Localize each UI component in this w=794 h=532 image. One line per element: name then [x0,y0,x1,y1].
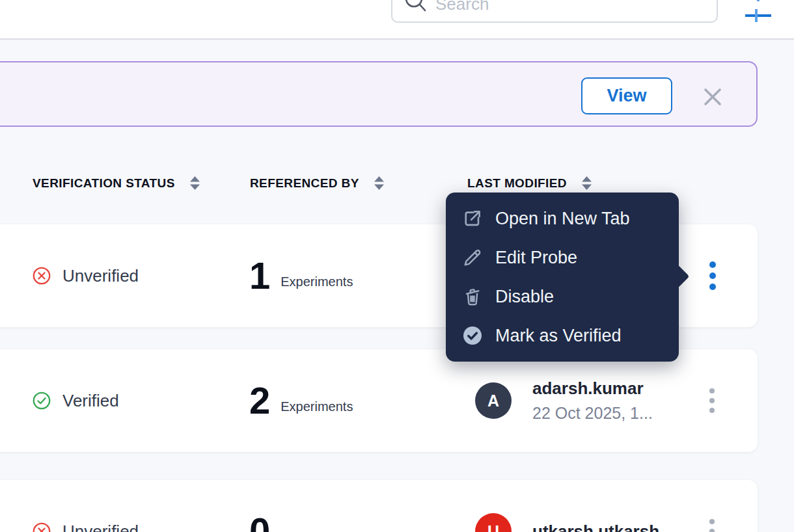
experiment-count-label: Experiments [281,399,353,414]
experiment-count: 1 [249,257,270,295]
referenced-by-cell: 0 Experiments [249,480,353,532]
sliders-icon [743,0,773,33]
pencil-icon [462,248,483,267]
banner-dismiss-button[interactable] [702,86,724,109]
menu-item-disable[interactable]: Disable [446,277,679,316]
menu-item-label: Disable [495,287,554,307]
kebab-icon [709,519,715,524]
column-header-referenced-by: REFERENCED BY [250,176,385,191]
menu-item-mark-as-verified[interactable]: Mark as Verified [446,316,679,355]
menu-item-label: Open in New Tab [495,209,630,229]
trash-icon [462,287,483,306]
experiment-count: 2 [249,382,270,419]
sort-icon [374,176,385,191]
column-header-last-modified: LAST MODIFIED [467,176,592,191]
search-box [391,0,718,23]
sort-icon [189,176,200,191]
menu-item-label: Mark as Verified [495,326,622,346]
filter-button[interactable] [743,0,773,31]
menu-item-label: Edit Probe [495,248,577,268]
column-label: VERIFICATION STATUS [33,176,175,191]
verification-status-cell: Unverified [33,224,139,327]
last-modified-cell: A adarsh.kumar 22 Oct 2025, 1... [475,349,653,452]
menu-item-edit-probe[interactable]: Edit Probe [446,238,679,277]
modified-by-name: adarsh.kumar [532,379,653,399]
status-label: Unverified [62,266,139,286]
view-button[interactable]: View [581,77,672,114]
experiment-count: 0 [249,512,270,532]
notification-banner: View [0,61,758,127]
referenced-by-cell: 2 Experiments [249,349,353,452]
verification-status-cell: Unverified [33,480,139,532]
row-context-menu: Open in New Tab Edit Probe Disable [446,193,679,362]
column-header-verification-status: VERIFICATION STATUS [33,176,200,191]
status-unverified-icon [33,522,51,532]
column-label: LAST MODIFIED [467,176,567,191]
top-bar [0,0,794,40]
search-icon [404,0,426,17]
table-row: Verified 2 Experiments A adarsh.kumar 22… [0,349,758,452]
kebab-icon [709,388,715,393]
experiment-count-label: Experiments [281,274,353,289]
menu-item-open-in-new-tab[interactable]: Open in New Tab [446,199,679,238]
check-circle-icon [462,325,483,346]
status-unverified-icon [33,267,51,285]
status-label: Unverified [62,522,139,532]
column-label: REFERENCED BY [250,176,359,191]
row-actions-button[interactable] [705,384,719,417]
status-label: Verified [62,391,119,411]
sort-icon [581,176,592,191]
row-actions-button[interactable] [705,515,719,532]
verification-status-cell: Verified [33,349,119,452]
modified-by-name: utkarsh.utkarsh [532,522,659,532]
sort-button-verification-status[interactable] [189,176,200,191]
table-row: Unverified 0 Experiments U utkarsh.utkar… [0,480,758,532]
last-modified-cell: U utkarsh.utkarsh [475,480,659,532]
modified-date: 22 Oct 2025, 1... [532,404,653,423]
sort-button-referenced-by[interactable] [374,176,385,191]
external-link-icon [462,209,483,228]
close-icon [702,87,724,109]
sort-button-last-modified[interactable] [581,176,592,191]
referenced-by-cell: 1 Experiments [249,224,353,327]
avatar: A [475,382,512,419]
search-input[interactable] [435,0,717,14]
kebab-icon [709,261,716,268]
status-verified-icon [33,392,51,410]
row-actions-button[interactable] [705,258,720,294]
experiment-count-label: Experiments [281,530,353,532]
avatar: U [475,513,512,532]
